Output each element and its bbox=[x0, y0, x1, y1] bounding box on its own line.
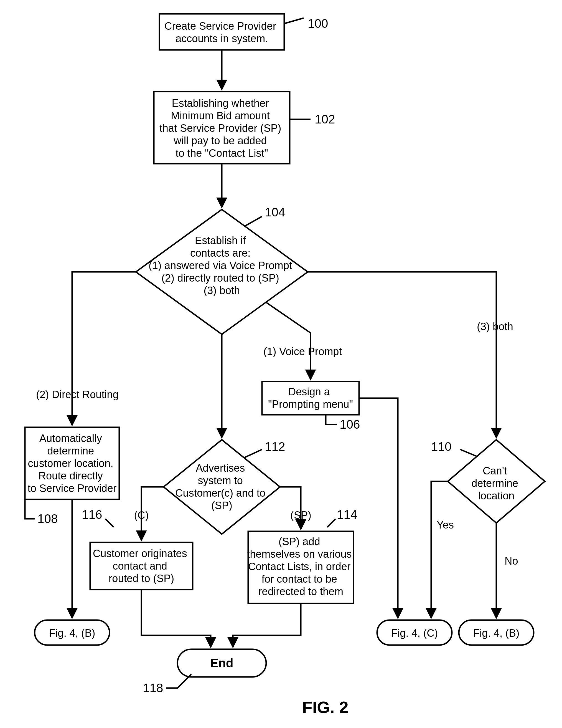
svg-text:Automatically
      determine
: Automatically determine customer locatio… bbox=[27, 433, 117, 494]
figure-label: FIG. 2 bbox=[302, 698, 348, 717]
arrow-116-to-end bbox=[141, 590, 211, 646]
node-110-line2: determine bbox=[471, 477, 518, 489]
svg-rect-0 bbox=[160, 14, 284, 50]
ref-leader-112 bbox=[244, 449, 262, 458]
svg-text:Fig. 4, (C): Fig. 4, (C) bbox=[391, 627, 438, 639]
ref-leader-106 bbox=[326, 415, 337, 424]
node-108-line5: to Service Provider bbox=[27, 482, 117, 494]
ref-112: 112 bbox=[265, 440, 285, 453]
arrow-104-to-108 bbox=[72, 272, 136, 424]
node-106-line1: Design a bbox=[288, 386, 330, 398]
node-114-line4: for contact to be bbox=[262, 573, 337, 585]
node-106: Design a "Prompting menu" bbox=[262, 381, 359, 415]
ref-leader-110 bbox=[460, 449, 477, 456]
node-100: Create Service Provider accounts in syst… bbox=[160, 14, 284, 50]
node-108-line3: customer location, bbox=[28, 457, 113, 469]
terminal-fig4b-left-text: Fig. 4, (B) bbox=[49, 627, 95, 639]
node-108: Automatically determine customer locatio… bbox=[25, 427, 119, 499]
svg-text:Establishing whether
      Min: Establishing whether Minimum Bid amount … bbox=[160, 97, 284, 159]
arrow-110-yes bbox=[431, 481, 448, 617]
terminal-fig4c-text: Fig. 4, (C) bbox=[391, 627, 438, 639]
svg-text:Fig. 4, (B): Fig. 4, (B) bbox=[49, 627, 95, 639]
ref-102: 102 bbox=[315, 112, 335, 126]
svg-text:Fig. 4, (B): Fig. 4, (B) bbox=[473, 627, 520, 639]
node-118-end: End bbox=[178, 649, 266, 677]
svg-marker-4 bbox=[136, 209, 308, 334]
terminal-fig4b-left: Fig. 4, (B) bbox=[35, 620, 110, 645]
node-102-line4: will pay to be added bbox=[174, 135, 267, 146]
node-102-line2: Minimum Bid amount bbox=[171, 110, 270, 122]
ref-leader-104 bbox=[245, 216, 262, 226]
ref-116: 116 bbox=[82, 508, 102, 521]
node-104: Establish if contacts are: (1) answered … bbox=[136, 209, 308, 334]
ref-108: 108 bbox=[37, 512, 58, 525]
node-102-line3: that Service Provider (SP) bbox=[160, 122, 281, 134]
label-direct-routing: (2) Direct Routing bbox=[36, 389, 119, 400]
node-102: Establishing whether Minimum Bid amount … bbox=[154, 92, 290, 164]
node-114-line3: Contact Lists, in order bbox=[248, 561, 351, 572]
ref-106: 106 bbox=[340, 418, 360, 431]
node-104-line4: (2) directly routed to (SP) bbox=[161, 272, 279, 284]
arrow-104-to-106 bbox=[266, 302, 310, 379]
node-114-line5: redirected to them bbox=[259, 586, 343, 597]
node-112: Advertises system to Customer(c) and to … bbox=[164, 440, 280, 534]
label-sp: (SP) bbox=[290, 509, 311, 521]
node-114-line2: themselves on various bbox=[247, 548, 352, 560]
node-112-line2: system to bbox=[198, 475, 243, 486]
label-no: No bbox=[505, 555, 518, 567]
ref-114: 114 bbox=[337, 508, 357, 521]
arrow-112-to-114 bbox=[280, 487, 301, 529]
node-108-line2: determine bbox=[47, 445, 94, 457]
node-106-line2: "Prompting menu" bbox=[268, 398, 353, 410]
node-110-line3: location bbox=[478, 490, 515, 502]
node-104-line1: Establish if bbox=[195, 235, 246, 246]
node-116-line2: contact and bbox=[113, 560, 167, 572]
arrow-114-to-end bbox=[233, 603, 301, 646]
node-110: Can't determine location bbox=[448, 440, 545, 523]
terminal-fig4b-right: Fig. 4, (B) bbox=[459, 620, 534, 645]
node-104-line5: (3) both bbox=[204, 285, 240, 296]
label-both: (3) both bbox=[477, 321, 513, 332]
node-114-line1: (SP) add bbox=[279, 536, 320, 547]
node-116: Customer originates contact and routed t… bbox=[90, 542, 193, 590]
ref-leader-114 bbox=[327, 519, 335, 527]
node-100-line2: accounts in system. bbox=[176, 33, 268, 44]
node-116-line1: Customer originates bbox=[93, 548, 187, 559]
ref-110: 110 bbox=[431, 440, 451, 453]
node-100-line1: Create Service Provider bbox=[165, 20, 277, 32]
node-102-line1: Establishing whether bbox=[172, 97, 269, 109]
node-102-line5: to the "Contact List" bbox=[176, 147, 268, 159]
label-voice-prompt: (1) Voice Prompt bbox=[264, 346, 342, 357]
node-108-line4: Route directly bbox=[39, 470, 103, 482]
node-104-line2: contacts are: bbox=[190, 247, 251, 259]
node-114: (SP) add themselves on various Contact L… bbox=[247, 531, 355, 603]
svg-text:End: End bbox=[210, 656, 233, 670]
terminal-fig4b-right-text: Fig. 4, (B) bbox=[473, 627, 520, 639]
node-112-line3: Customer(c) and to bbox=[175, 487, 265, 499]
label-yes: Yes bbox=[437, 519, 454, 531]
ref-leader-116 bbox=[105, 519, 114, 527]
ref-leader-100 bbox=[284, 18, 303, 24]
svg-marker-18 bbox=[164, 440, 280, 534]
node-116-line3: routed to (SP) bbox=[109, 573, 174, 584]
node-110-line1: Can't bbox=[483, 465, 507, 477]
arrow-106-to-t_c bbox=[359, 398, 398, 617]
node-108-line1: Automatically bbox=[39, 433, 102, 444]
node-112-line4: (SP) bbox=[211, 500, 232, 511]
ref-100: 100 bbox=[308, 17, 328, 30]
node-104-line3: (1) answered via Voice Prompt bbox=[149, 260, 292, 271]
ref-104: 104 bbox=[265, 205, 285, 219]
ref-118: 118 bbox=[143, 681, 163, 695]
terminal-fig4c: Fig. 4, (C) bbox=[377, 620, 452, 645]
node-118-text: End bbox=[210, 656, 233, 670]
label-c: (C) bbox=[134, 509, 149, 521]
ref-leader-108 bbox=[25, 499, 35, 519]
node-112-line1: Advertises bbox=[196, 462, 245, 474]
